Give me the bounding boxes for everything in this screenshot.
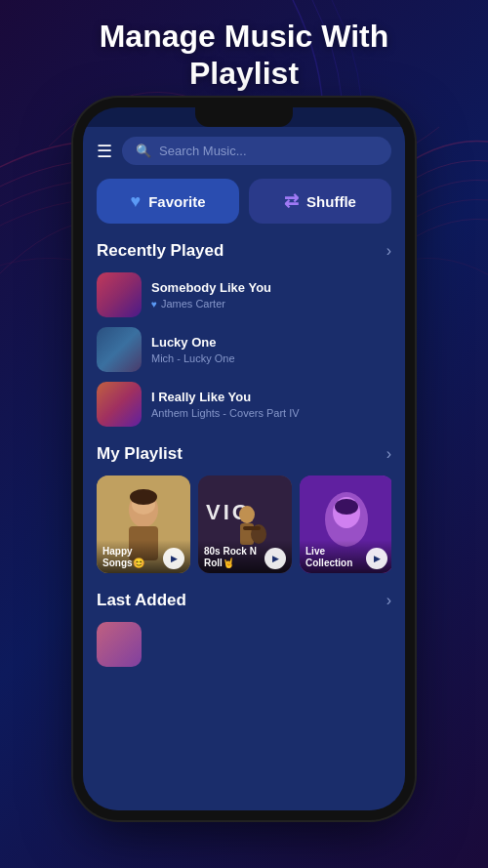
last-added-header: Last Added › (97, 591, 391, 610)
playlist-label: Live Collection (305, 546, 366, 569)
playlist-overlay: Happy Songs😊 ▶ (97, 540, 190, 573)
track-artist: Mich - Lucky One (151, 352, 391, 364)
phone-frame: ☰ 🔍 Search Music... ♥ Favorite ⇄ Shuffle… (83, 107, 405, 810)
shuffle-icon: ⇄ (284, 190, 299, 212)
track-name: Somebody Like You (151, 280, 391, 295)
track-artist: Anthem Lights - Covers Part IV (151, 407, 391, 419)
track-thumbnail (97, 327, 142, 372)
shuffle-label: Shuffle (306, 193, 356, 210)
heart-icon: ♥ (130, 191, 141, 212)
track-item[interactable]: Lucky One Mich - Lucky One (97, 327, 391, 372)
phone-screen: ☰ 🔍 Search Music... ♥ Favorite ⇄ Shuffle… (83, 127, 405, 810)
search-bar[interactable]: 🔍 Search Music... (122, 137, 391, 165)
menu-icon[interactable]: ☰ (97, 141, 112, 162)
track-artist: ♥ James Carter (151, 298, 391, 310)
hero-title: Manage Music With Playlist (0, 18, 488, 93)
last-added-chevron[interactable]: › (386, 592, 391, 609)
track-list: Somebody Like You ♥ James Carter Lucky O… (97, 272, 391, 427)
playlist-card[interactable]: VIO 80s Rock N Roll🤘 ▶ (198, 475, 292, 573)
playlist-card[interactable]: Live Collection ▶ (300, 475, 391, 573)
track-name: Lucky One (151, 335, 391, 350)
my-playlist-chevron[interactable]: › (386, 445, 391, 463)
play-button[interactable]: ▶ (163, 548, 184, 569)
svg-point-4 (130, 489, 157, 505)
track-info: Lucky One Mich - Lucky One (151, 335, 391, 364)
track-info: I Really Like You Anthem Lights - Covers… (151, 390, 391, 419)
recently-played-chevron[interactable]: › (386, 242, 391, 260)
recently-played-title: Recently Played (97, 241, 224, 261)
favorite-button[interactable]: ♥ Favorite (97, 179, 239, 224)
recently-played-header: Recently Played › (97, 241, 391, 261)
track-item[interactable]: Somebody Like You ♥ James Carter (97, 272, 391, 317)
playlist-overlay: Live Collection ▶ (300, 540, 391, 573)
my-playlist-header: My Playlist › (97, 444, 391, 464)
svg-point-7 (239, 506, 255, 523)
last-added-thumbnail (97, 622, 142, 667)
track-thumbnail (97, 272, 142, 317)
play-button[interactable]: ▶ (264, 548, 286, 569)
action-buttons-row: ♥ Favorite ⇄ Shuffle (97, 179, 391, 224)
heart-sm-icon: ♥ (151, 299, 157, 310)
track-item[interactable]: I Really Like You Anthem Lights - Covers… (97, 382, 391, 427)
search-row: ☰ 🔍 Search Music... (97, 137, 391, 165)
last-added-track-item[interactable] (97, 622, 391, 667)
search-placeholder: Search Music... (159, 144, 247, 158)
playlist-label: 80s Rock N Roll🤘 (204, 546, 264, 569)
last-added-title: Last Added (97, 591, 186, 610)
my-playlist-title: My Playlist (97, 444, 183, 464)
shuffle-button[interactable]: ⇄ Shuffle (249, 179, 391, 224)
playlist-overlay: 80s Rock N Roll🤘 ▶ (198, 540, 292, 573)
playlist-row: Happy Songs😊 ▶ VIO (97, 475, 391, 573)
track-thumbnail (97, 382, 142, 427)
svg-point-14 (335, 499, 358, 515)
svg-rect-10 (243, 526, 261, 530)
play-button[interactable]: ▶ (366, 548, 387, 569)
favorite-label: Favorite (148, 193, 205, 210)
phone-notch (195, 107, 293, 127)
search-icon: 🔍 (136, 144, 151, 158)
track-info: Somebody Like You ♥ James Carter (151, 280, 391, 310)
playlist-card[interactable]: Happy Songs😊 ▶ (97, 475, 190, 573)
track-name: I Really Like You (151, 390, 391, 404)
playlist-label: Happy Songs😊 (102, 546, 163, 569)
